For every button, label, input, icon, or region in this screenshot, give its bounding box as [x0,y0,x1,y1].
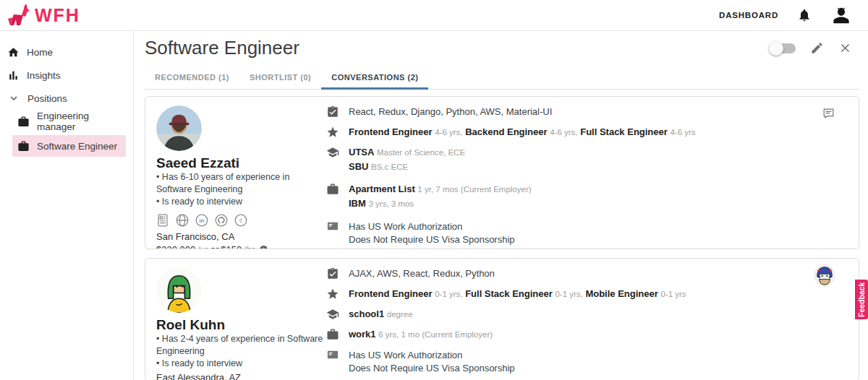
candidate-name: Roel Kuhn [156,317,326,333]
id-card-icon [326,220,339,233]
skills-text: React, Redux, Django, Python, AWS, Mater… [349,106,552,118]
degree: degree [387,310,413,319]
sidebar-item-positions[interactable]: Positions [0,89,133,108]
school-name: school1 [349,308,384,319]
bell-icon [797,8,812,22]
school-name: UTSA [349,147,374,157]
sidebar-label-positions: Positions [27,93,67,104]
website-icon[interactable] [174,212,190,228]
company-name: IBM [349,198,366,209]
chat-icon[interactable] [822,107,835,121]
skills-row: React, Redux, Django, Python, AWS, Mater… [326,106,808,118]
role-years: 4-6 yrs, [435,128,462,137]
role-title: Full Stack Engineer [465,288,553,299]
close-icon[interactable] [838,41,852,55]
notifications-button[interactable] [797,8,812,22]
visa-sponsorship: Does Not Require US Visa Sponsorship [349,233,515,246]
degree: BS.c ECE [371,163,408,171]
candidate-photo [156,105,202,151]
svg-text:c: c [239,217,242,223]
resume-icon[interactable] [155,212,171,228]
position-toggle[interactable] [771,43,796,53]
role-years: 0-1 yrs [660,290,686,298]
role-years: 0-1 yrs, [555,290,582,298]
briefcase-icon [17,140,30,152]
candidate-card[interactable]: Roel Kuhn Has 2-4 years of experience in… [145,258,859,380]
employment-duration: 1 yr, 7 mos (Current Employer) [417,185,531,194]
sidebar-label-home: Home [27,47,53,58]
comp-conjunction: or [210,244,219,249]
social-links: in c [155,212,326,228]
id-card-icon [326,348,339,361]
candidate-location: San Francisco, CA [156,231,326,242]
sidebar-item-software-engineer[interactable]: Software Engineer [12,135,126,157]
visa-sponsorship: Does Not Require US Visa Sponsorship [349,362,515,375]
role-years: 0-1 yrs, [435,290,462,298]
candidate-card[interactable]: Saeed Ezzati Has 6-10 years of experienc… [145,96,859,249]
llama-logo-icon [6,4,32,27]
candidate-experience: Has 2-4 years of experience in Software … [156,333,326,358]
candidate-experience: Has 6-10 years of experience in Software… [156,171,326,196]
role-years: 4-6 yrs, [550,128,577,137]
role-title: Frontend Engineer [349,288,433,299]
candidate-location: East Alessandra, AZ [156,372,326,380]
edit-icon[interactable] [810,41,824,55]
c-profile-icon[interactable]: c [233,212,249,228]
github-icon[interactable] [213,212,229,228]
rate-unit: /hr [244,244,255,249]
tab-bar: RECOMENDED (1) SHORTLIST (0) CONVERSATIO… [145,66,859,90]
sidebar-item-engineering-manager[interactable]: Engineering manager [12,112,126,131]
sidebar-item-home[interactable]: Home [0,43,133,61]
dashboard-link[interactable]: DASHBOARD [719,11,778,20]
employment-row: work1 6 yrs, 1 mo (Current Employer) [326,329,808,341]
company-name: Apartment List [349,183,415,194]
briefcase-icon [326,328,339,341]
skills-clipboard-icon [326,105,339,118]
feedback-button[interactable]: Feedback [855,280,868,319]
linkedin-icon[interactable]: in [194,212,210,228]
roles-row: Frontend Engineer 4-6 yrs, Backend Engin… [326,126,808,139]
role-years: 4-6 yrs [670,128,695,137]
school-name: SBU [349,161,368,172]
degree: Master of Science, ECE [377,148,465,157]
candidate-photo [156,267,202,313]
wfh-logo[interactable]: WFH [6,4,80,27]
logo-text: WFH [35,5,80,26]
work-authorization: Has US Work Authorization [349,349,515,362]
topbar: WFH DASHBOARD [0,0,868,31]
candidate-compensation: $230,000/yr or $150/hr [156,244,326,249]
conversation-avatar[interactable] [814,264,835,286]
sidebar-label-insights: Insights [27,70,61,81]
briefcase-icon [326,183,339,196]
role-title: Mobile Engineer [585,288,658,299]
rate-amount: $150 [221,244,242,249]
svg-text:in: in [200,217,205,224]
main-content: Software Engineer RECOMENDED (1) SHORTLI… [135,31,868,380]
sidebar-label-engineering-manager: Engineering manager [37,111,126,132]
user-avatar-button[interactable] [830,4,852,26]
candidate-ready: Is ready to interview [156,196,326,208]
info-icon[interactable] [259,245,268,249]
tab-shortlist[interactable]: SHORTLIST (0) [239,66,321,90]
tab-recommended[interactable]: RECOMENDED (1) [145,66,239,90]
employment-duration: 3 yrs, 3 mos [368,199,414,208]
salary-unit: /yr [197,244,208,249]
graduation-cap-icon [326,146,339,159]
work-authorization: Has US Work Authorization [349,220,515,233]
briefcase-icon [17,116,30,128]
sidebar-label-software-engineer: Software Engineer [37,141,117,152]
skills-clipboard-icon [326,267,339,280]
education-row: school1 degree [326,308,808,321]
tab-conversations[interactable]: CONVERSATIONS (2) [321,66,428,90]
sidebar-item-insights[interactable]: Insights [0,66,133,85]
roles-row: Frontend Engineer 0-1 yrs, Full Stack En… [326,288,808,301]
graduation-cap-icon [326,308,339,321]
role-title: Full Stack Engineer [580,126,668,137]
company-name: work1 [349,329,376,340]
skills-text: AJAX, AWS, React, Redux, Python [349,268,495,280]
candidate-name: Saeed Ezzati [156,155,326,171]
toggle-knob [769,41,783,56]
employment-duration: 6 yrs, 1 mo (Current Employer) [378,330,493,339]
star-icon [326,126,339,139]
skills-row: AJAX, AWS, React, Redux, Python [326,268,808,280]
